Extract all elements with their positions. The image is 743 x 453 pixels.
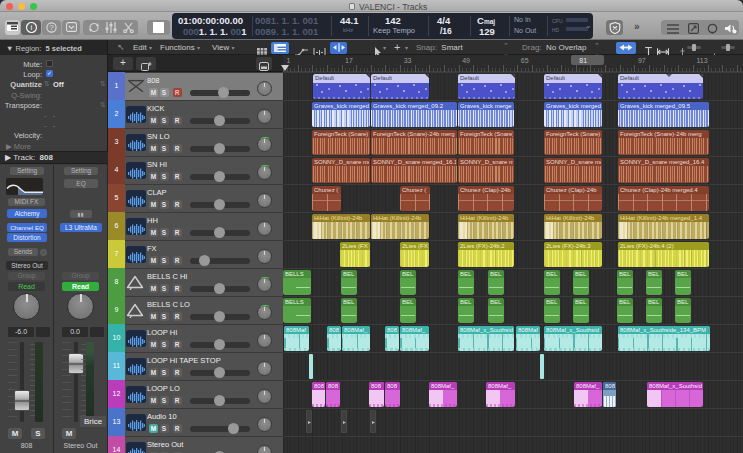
svg-text:i: i [30,23,32,32]
svg-text:?: ? [49,23,53,32]
